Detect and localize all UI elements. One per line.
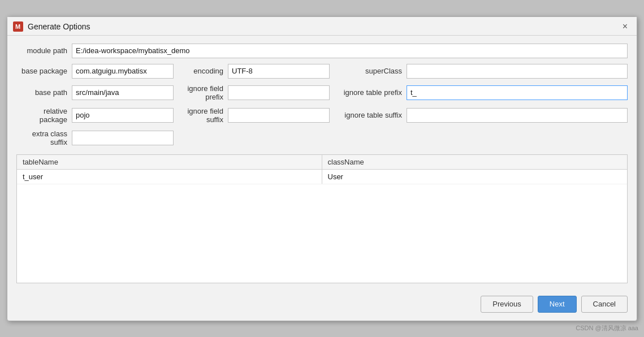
ignore-field-suffix-label: ignore field suffix — [178, 107, 223, 124]
row-relative-package: relative package ignore field suffix ign… — [16, 107, 628, 124]
table-row[interactable]: t_user User — [17, 170, 627, 184]
dialog-content: module path base package encoding superC… — [7, 36, 637, 290]
row-extra-class-suffix: extra class suffix — [16, 129, 628, 146]
title-bar: M Generate Options × — [7, 17, 637, 36]
ignore-field-prefix-label: ignore field prefix — [178, 84, 223, 101]
relative-package-label: relative package — [16, 107, 67, 124]
footer: Previous Next Cancel — [7, 290, 637, 321]
col-header-classname: className — [322, 155, 628, 169]
base-path-label: base path — [16, 88, 67, 97]
extra-class-suffix-input[interactable] — [72, 131, 174, 145]
close-button[interactable]: × — [620, 22, 630, 31]
title-bar-left: M Generate Options — [13, 21, 90, 32]
row-base-package: base package encoding superClass — [16, 64, 628, 79]
extra-class-suffix-label: extra class suffix — [16, 129, 67, 146]
ignore-table-suffix-label: ignore table suffix — [334, 111, 402, 119]
table-cell-tablename: t_user — [17, 170, 322, 184]
dialog-title: Generate Options — [28, 22, 90, 31]
previous-button[interactable]: Previous — [481, 296, 533, 313]
module-path-label: module path — [16, 46, 67, 55]
table-header: tableName className — [17, 155, 627, 170]
super-class-input[interactable] — [407, 64, 628, 79]
svg-text:M: M — [15, 23, 20, 30]
table-cell-classname: User — [322, 170, 628, 184]
module-path-input[interactable] — [72, 44, 628, 58]
ignore-table-suffix-input[interactable] — [407, 108, 628, 123]
encoding-input[interactable] — [228, 64, 330, 79]
module-path-row: module path — [16, 44, 628, 58]
base-path-input[interactable] — [72, 85, 174, 100]
encoding-label: encoding — [178, 67, 223, 75]
table-section: tableName className t_user User — [16, 154, 628, 283]
ignore-table-prefix-input[interactable] — [407, 85, 628, 100]
col-header-tablename: tableName — [17, 155, 322, 169]
base-package-input[interactable] — [72, 64, 174, 79]
base-package-label: base package — [16, 67, 67, 75]
table-body: t_user User — [17, 170, 627, 283]
dialog-icon: M — [13, 21, 23, 32]
watermark: CSDN @清风微凉 aaa — [576, 324, 638, 332]
ignore-table-prefix-label: ignore table prefix — [334, 88, 402, 97]
ignore-field-suffix-input[interactable] — [228, 108, 330, 123]
row-base-path: base path ignore field prefix ignore tab… — [16, 84, 628, 101]
ignore-field-prefix-input[interactable] — [228, 85, 330, 100]
cancel-button[interactable]: Cancel — [581, 296, 628, 313]
super-class-label: superClass — [334, 67, 402, 75]
generate-options-dialog: M Generate Options × module path base pa… — [7, 16, 637, 321]
next-button[interactable]: Next — [538, 296, 577, 313]
relative-package-input[interactable] — [72, 108, 174, 123]
